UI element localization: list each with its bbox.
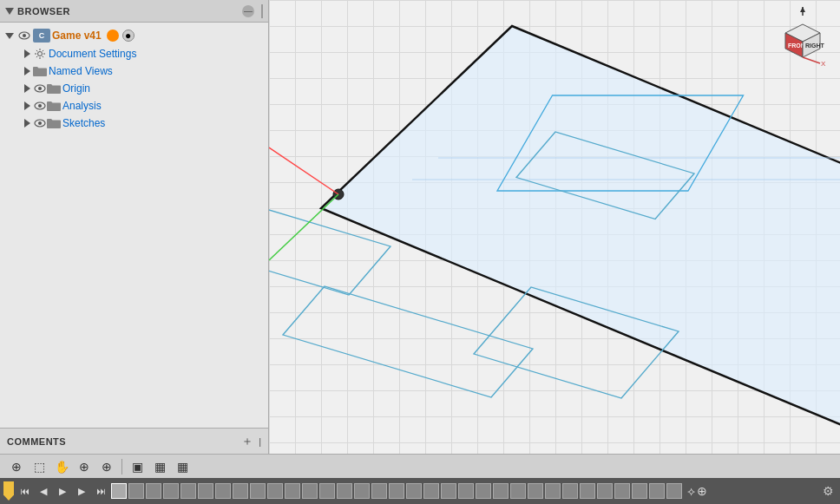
play-button[interactable]: ▶	[54, 482, 71, 500]
notification-icon	[107, 29, 119, 42]
film-frame-3[interactable]	[146, 483, 161, 499]
browser-close-button[interactable]: —	[242, 5, 254, 17]
film-frame-11[interactable]	[285, 483, 300, 499]
film-frame-30[interactable]	[614, 483, 630, 499]
film-frame-29[interactable]	[597, 483, 613, 499]
doc-settings-label: Document Settings	[49, 48, 136, 60]
film-frame-25[interactable]	[528, 483, 543, 499]
sketches-toggle[interactable]	[21, 117, 33, 129]
folder-icon	[47, 82, 61, 95]
film-frame-2[interactable]	[128, 483, 144, 499]
playhead-marker	[3, 481, 14, 501]
sketches-eye-icon[interactable]	[33, 116, 47, 130]
filmstrip: ⏮ ◀ ▶ ▶ ⏭	[0, 478, 840, 504]
filmstrip-settings-button[interactable]: ⚙	[819, 482, 837, 500]
keyframe-button[interactable]: ⟡	[687, 484, 695, 499]
origin-label: Origin	[62, 82, 90, 95]
analysis-toggle[interactable]	[21, 100, 33, 112]
svg-text:X: X	[821, 60, 826, 68]
svg-point-8	[38, 121, 42, 125]
film-frame-14[interactable]	[337, 483, 352, 499]
named-views-toggle[interactable]	[21, 65, 33, 77]
tree-item-document-settings[interactable]: Document Settings	[0, 45, 268, 62]
tree-item-sketches[interactable]: Sketches	[0, 115, 268, 132]
named-views-label: Named Views	[49, 65, 113, 77]
triangle-right-icon	[24, 49, 30, 58]
folder-icon	[47, 99, 61, 113]
frame-nav-button[interactable]: ⊕	[697, 484, 707, 498]
analysis-label: Analysis	[62, 100, 102, 112]
film-frame-6[interactable]	[198, 483, 213, 499]
pan-tool-button[interactable]: ✋	[52, 457, 71, 476]
film-frame-27[interactable]	[562, 483, 578, 499]
svg-line-27	[803, 57, 820, 63]
collapse-triangle-icon[interactable]	[5, 8, 14, 15]
film-frame-31[interactable]	[632, 483, 647, 499]
sidebar: BROWSER — C Game v41 ●	[0, 0, 269, 454]
component-icon: C	[33, 29, 50, 43]
film-frame-5[interactable]	[180, 483, 196, 499]
tree-item-named-views[interactable]: Named Views	[0, 62, 268, 80]
film-frame-20[interactable]	[441, 483, 456, 499]
triangle-right-icon	[24, 67, 30, 75]
select-tool-button[interactable]: ⬚	[30, 457, 49, 476]
film-frame-19[interactable]	[423, 483, 439, 499]
tree-item-origin[interactable]: Origin	[0, 80, 268, 97]
record-button[interactable]: ●	[122, 29, 135, 42]
film-frame-24[interactable]	[510, 483, 526, 499]
sketches-label: Sketches	[62, 117, 105, 129]
triangle-right-icon	[24, 84, 30, 93]
film-frame-17[interactable]	[389, 483, 404, 499]
root-label: Game v41	[52, 29, 102, 42]
film-frame-1[interactable]	[111, 483, 127, 499]
app-container: BROWSER — C Game v41 ●	[0, 0, 840, 504]
gear-icon	[33, 47, 47, 61]
comments-separator: |	[259, 436, 261, 447]
display-tool-button[interactable]: ▣	[128, 457, 147, 476]
film-frame-18[interactable]	[406, 483, 422, 499]
origin-eye-icon[interactable]	[33, 82, 47, 95]
film-frame-8[interactable]	[233, 483, 248, 499]
origin-toggle[interactable]	[21, 82, 33, 95]
film-frame-26[interactable]	[545, 483, 561, 499]
root-eye-icon[interactable]	[17, 29, 31, 43]
rewind-button[interactable]: ⏮	[16, 482, 33, 500]
viewport[interactable]: FRONT RIGHT X	[269, 0, 840, 454]
fit-tool-button[interactable]: ⊕	[97, 457, 116, 476]
film-frame-10[interactable]	[267, 483, 283, 499]
film-frame-32[interactable]	[649, 483, 665, 499]
comments-label: COMMENTS	[7, 436, 238, 447]
move-tool-button[interactable]: ⊕	[7, 457, 26, 476]
svg-point-2	[38, 52, 43, 56]
film-frame-4[interactable]	[163, 483, 179, 499]
film-frame-13[interactable]	[319, 483, 335, 499]
film-frame-9[interactable]	[250, 483, 266, 499]
comments-add-button[interactable]: ＋	[241, 434, 253, 449]
prev-button[interactable]: ◀	[35, 482, 52, 500]
film-frame-15[interactable]	[354, 483, 370, 499]
film-frame-12[interactable]	[302, 483, 318, 499]
browser-separator	[261, 4, 263, 18]
tree-item-analysis[interactable]: Analysis	[0, 97, 268, 115]
folder-icon	[47, 116, 61, 130]
next-button[interactable]: ▶	[73, 482, 90, 500]
tree-root-item[interactable]: C Game v41 ●	[0, 26, 268, 45]
folder-icon	[33, 64, 47, 78]
zoom-tool-button[interactable]: ⊕	[75, 457, 94, 476]
film-frame-16[interactable]	[371, 483, 387, 499]
film-frame-7[interactable]	[215, 483, 231, 499]
grid-tool-button[interactable]: ▦	[150, 457, 169, 476]
browser-title: BROWSER	[17, 6, 239, 16]
orientation-cube[interactable]: FRONT RIGHT X	[772, 7, 833, 76]
bottom-toolbar: ⊕ ⬚ ✋ ⊕ ⊕ ▣ ▦ ▦	[0, 454, 840, 478]
film-frame-21[interactable]	[458, 483, 474, 499]
analysis-eye-icon[interactable]	[33, 99, 47, 113]
film-frame-28[interactable]	[580, 483, 595, 499]
root-toggle[interactable]	[3, 29, 16, 42]
film-frame-23[interactable]	[493, 483, 509, 499]
grid2-tool-button[interactable]: ▦	[173, 457, 192, 476]
fastforward-button[interactable]: ⏭	[92, 482, 109, 500]
film-frame-22[interactable]	[476, 483, 491, 499]
film-frame-33[interactable]	[666, 483, 682, 499]
doc-settings-toggle[interactable]	[21, 48, 33, 60]
